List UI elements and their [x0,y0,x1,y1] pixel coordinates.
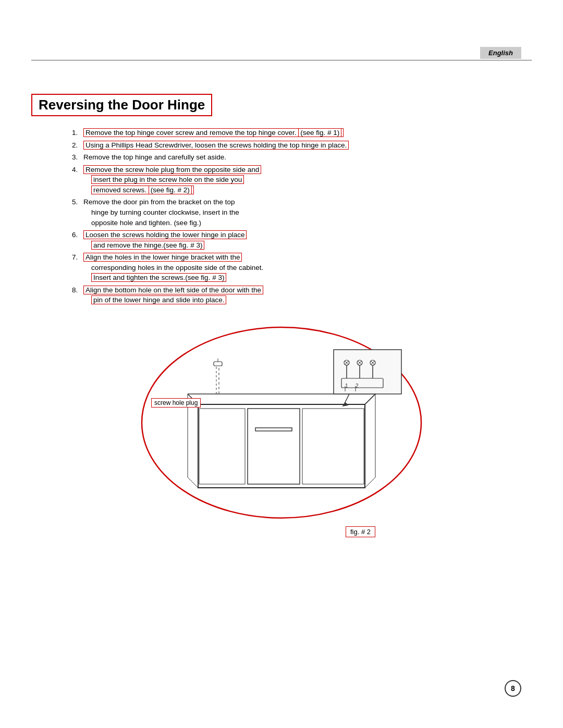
step2-highlight: Using a Phillips Head Screwdriver, loose… [83,141,349,150]
svg-rect-3 [255,428,292,431]
instructions-list: 1. Remove the top hinge cover screw and … [83,128,532,305]
svg-rect-16 [334,350,401,394]
step7-highlight2: Insert and tighten the screws.(see fig. … [91,273,226,282]
language-tag: English [480,47,521,59]
step8-highlight1: Align the bottom hole on the left side o… [83,286,263,294]
instruction-step-3: 3. Remove the top hinge and carefully se… [83,152,532,163]
svg-line-17 [344,394,349,404]
svg-rect-4 [199,409,245,484]
svg-rect-14 [214,362,222,366]
page-container: English Reversing the Door Hinge 1. Remo… [0,0,563,728]
step4-highlight3: removed screws. (see fig. # 2) [91,186,194,194]
appliance-illustration: 1 2 [156,347,407,498]
svg-rect-5 [302,409,364,484]
figure-container: 1 2 screw hole plug fig. # 2 [136,321,427,540]
svg-line-11 [188,477,198,488]
step7-highlight1: Align the holes in the lower hinge brack… [83,253,242,262]
step4-highlight2: insert the plug in the screw hole on the… [91,175,244,184]
screw-hole-plug-label: screw hole plug [151,398,201,408]
svg-rect-1 [198,404,365,488]
instruction-step-5: 5. Remove the door pin from the bracket … [83,197,532,228]
step8-highlight2: pin of the lower hinge and slide into pl… [91,295,226,304]
page-number: 8 [505,680,521,697]
step1-highlight: Remove the top hinge cover screw and rem… [83,128,344,137]
instruction-step-7: 7. Align the holes in the lower hinge br… [83,252,532,283]
instruction-step-2: 2. Using a Phillips Head Screwdriver, lo… [83,140,532,151]
page-title: Reversing the Door Hinge [31,94,212,116]
svg-rect-2 [248,409,300,484]
step4-highlight1: Remove the screw hole plug from the oppo… [83,165,261,174]
instruction-step-6: 6. Loosen the screws holding the lower h… [83,230,532,250]
svg-line-38 [365,477,375,488]
instruction-step-8: 8. Align the bottom hole on the left sid… [83,285,532,305]
svg-text:2: 2 [356,383,359,389]
instruction-step-4: 4. Remove the screw hole plug from the o… [83,165,532,195]
main-content: Reversing the Door Hinge 1. Remove the t… [31,68,532,540]
svg-line-37 [365,394,375,404]
step6-highlight1: Loosen the screws holding the lower hing… [83,230,247,239]
figure-label: fig. # 2 [346,526,375,537]
top-rule [31,60,532,60]
instruction-step-1: 1. Remove the top hinge cover screw and … [83,128,532,138]
step6-highlight2: and remove the hinge.(see fig. # 3) [91,241,204,250]
svg-text:1: 1 [345,383,348,389]
